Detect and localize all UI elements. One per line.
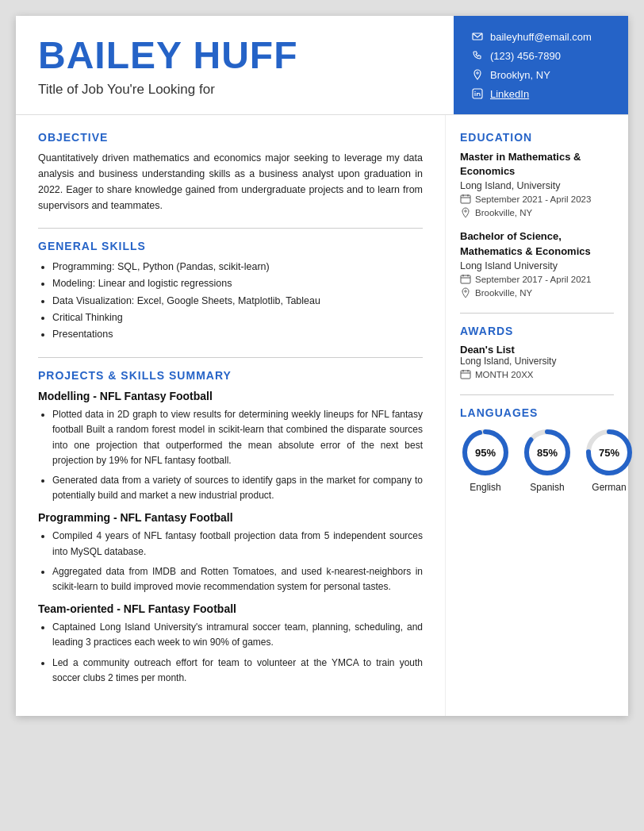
linkedin-icon bbox=[471, 87, 484, 100]
project-title: Modelling - NFL Fantasy Football bbox=[38, 390, 423, 402]
skill-item: Programming: SQL, Python (Pandas, scikit… bbox=[52, 259, 423, 275]
award-entry: Dean's ListLong Island, University MONTH… bbox=[460, 344, 614, 380]
edu-date: September 2017 - April 2021 bbox=[460, 274, 614, 285]
project-bullet-list: Compiled 4 years of NFL fantasy football… bbox=[38, 529, 423, 594]
education-entry: Bachelor of Science, Mathematics & Econo… bbox=[460, 229, 614, 298]
contact-panel: baileyhuff@email.com (123) 456-7890 B bbox=[454, 16, 628, 114]
svg-point-14 bbox=[465, 290, 466, 292]
language-circle: 85% bbox=[522, 427, 573, 478]
email-text: baileyhuff@email.com bbox=[490, 31, 592, 43]
calendar-icon bbox=[460, 274, 471, 285]
contact-linkedin[interactable]: LinkedIn bbox=[471, 87, 611, 100]
candidate-title: Title of Job You're Looking for bbox=[38, 82, 431, 98]
project-title: Programming - NFL Fantasy Football bbox=[38, 511, 423, 524]
contact-email: baileyhuff@email.com bbox=[471, 30, 611, 43]
email-icon bbox=[471, 30, 484, 43]
education-section: EDUCATION Master in Mathematics & Econom… bbox=[460, 131, 614, 298]
project-bullet: Led a community outreach effort for team… bbox=[52, 656, 423, 686]
language-percent: 85% bbox=[537, 446, 558, 458]
award-school: Long Island, University bbox=[460, 356, 614, 367]
edu-date: September 2021 - April 2023 bbox=[460, 194, 614, 205]
svg-rect-10 bbox=[461, 275, 470, 283]
location-icon bbox=[460, 207, 471, 218]
languages-section: LANGUAGES 95% English 85% Spanish 75% Ge… bbox=[460, 406, 614, 493]
language-label: Spanish bbox=[530, 482, 564, 493]
skill-item: Critical Thinking bbox=[52, 310, 423, 326]
header: BAILEY HUFF Title of Job You're Looking … bbox=[16, 16, 628, 114]
contact-location: Brooklyn, NY bbox=[471, 68, 611, 81]
edu-degree: Bachelor of Science, Mathematics & Econo… bbox=[460, 229, 614, 258]
objective-text: Quantitatively driven mathematics and ec… bbox=[38, 150, 423, 214]
body: OBJECTIVE Quantitatively driven mathemat… bbox=[16, 114, 628, 716]
general-skills-title: GENERAL SKILLS bbox=[38, 240, 423, 252]
skills-list: Programming: SQL, Python (Pandas, scikit… bbox=[38, 259, 423, 343]
project-bullet: Generated data from a variety of sources… bbox=[52, 473, 423, 503]
project-bullet: Aggregated data from IMDB and Rotten Tom… bbox=[52, 564, 423, 594]
language-circle: 95% bbox=[460, 427, 511, 478]
languages-container: 95% English 85% Spanish 75% German bbox=[460, 427, 614, 493]
languages-title: LANGUAGES bbox=[460, 406, 614, 419]
education-entry: Master in Mathematics & EconomicsLong Is… bbox=[460, 150, 614, 218]
language-item: 95% English bbox=[460, 427, 511, 493]
language-label: English bbox=[470, 482, 500, 493]
candidate-name: BAILEY HUFF bbox=[38, 35, 431, 77]
divider-3 bbox=[460, 313, 614, 314]
svg-point-4 bbox=[474, 91, 475, 92]
language-circle: 75% bbox=[584, 427, 634, 478]
language-item: 75% German bbox=[584, 427, 634, 493]
skill-item: Modeling: Linear and logistic regression… bbox=[52, 275, 423, 292]
contact-phone: (123) 456-7890 bbox=[471, 49, 611, 62]
calendar-icon bbox=[460, 369, 471, 380]
header-left: BAILEY HUFF Title of Job You're Looking … bbox=[16, 16, 454, 114]
project-bullet: Captained Long Island University's intra… bbox=[52, 620, 423, 650]
divider-1 bbox=[38, 228, 423, 229]
edu-location: Brookville, NY bbox=[460, 287, 614, 298]
location-icon bbox=[471, 68, 484, 81]
skill-item: Presentations bbox=[52, 326, 423, 343]
phone-icon bbox=[471, 49, 484, 62]
award-name: Dean's List bbox=[460, 344, 614, 356]
language-percent: 75% bbox=[599, 446, 619, 458]
language-label: German bbox=[592, 482, 626, 493]
resume-container: BAILEY HUFF Title of Job You're Looking … bbox=[16, 16, 628, 716]
projects-section: PROJECTS & SKILLS SUMMARY Modelling - NF… bbox=[38, 369, 423, 686]
edu-location: Brookville, NY bbox=[460, 207, 614, 218]
objective-title: OBJECTIVE bbox=[38, 131, 423, 144]
edu-degree: Master in Mathematics & Economics bbox=[460, 150, 614, 179]
edu-school: Long Island, University bbox=[460, 180, 614, 191]
edu-school: Long Island University bbox=[460, 260, 614, 271]
calendar-icon bbox=[460, 194, 471, 205]
projects-container: Modelling - NFL Fantasy FootballPlotted … bbox=[38, 390, 423, 686]
phone-text: (123) 456-7890 bbox=[490, 50, 561, 62]
project-title: Team-oriented - NFL Fantasy Football bbox=[38, 602, 423, 615]
svg-point-9 bbox=[465, 210, 466, 212]
project-bullet-list: Captained Long Island University's intra… bbox=[38, 620, 423, 686]
award-date: MONTH 20XX bbox=[460, 369, 614, 380]
general-skills-section: GENERAL SKILLS Programming: SQL, Python … bbox=[38, 240, 423, 343]
project-bullet: Plotted data in 2D graph to view results… bbox=[52, 407, 423, 468]
right-column: EDUCATION Master in Mathematics & Econom… bbox=[446, 115, 628, 716]
divider-2 bbox=[38, 357, 423, 358]
project-bullet-list: Plotted data in 2D graph to view results… bbox=[38, 407, 423, 503]
objective-section: OBJECTIVE Quantitatively driven mathemat… bbox=[38, 131, 423, 214]
location-icon bbox=[460, 287, 471, 298]
awards-title: AWARDS bbox=[460, 325, 614, 337]
svg-rect-15 bbox=[461, 371, 470, 379]
location-text: Brooklyn, NY bbox=[490, 69, 550, 81]
divider-4 bbox=[460, 394, 614, 395]
language-percent: 95% bbox=[475, 446, 496, 458]
svg-rect-5 bbox=[461, 195, 470, 203]
left-column: OBJECTIVE Quantitatively driven mathemat… bbox=[16, 115, 446, 716]
education-title: EDUCATION bbox=[460, 131, 614, 144]
projects-title: PROJECTS & SKILLS SUMMARY bbox=[38, 369, 423, 382]
svg-point-1 bbox=[477, 72, 478, 74]
awards-container: Dean's ListLong Island, University MONTH… bbox=[460, 344, 614, 380]
education-container: Master in Mathematics & EconomicsLong Is… bbox=[460, 150, 614, 298]
skill-item: Data Visualization: Excel, Google Sheets… bbox=[52, 293, 423, 310]
awards-section: AWARDS Dean's ListLong Island, Universit… bbox=[460, 325, 614, 380]
linkedin-link[interactable]: LinkedIn bbox=[490, 88, 529, 100]
language-item: 85% Spanish bbox=[522, 427, 573, 493]
project-bullet: Compiled 4 years of NFL fantasy football… bbox=[52, 529, 423, 559]
